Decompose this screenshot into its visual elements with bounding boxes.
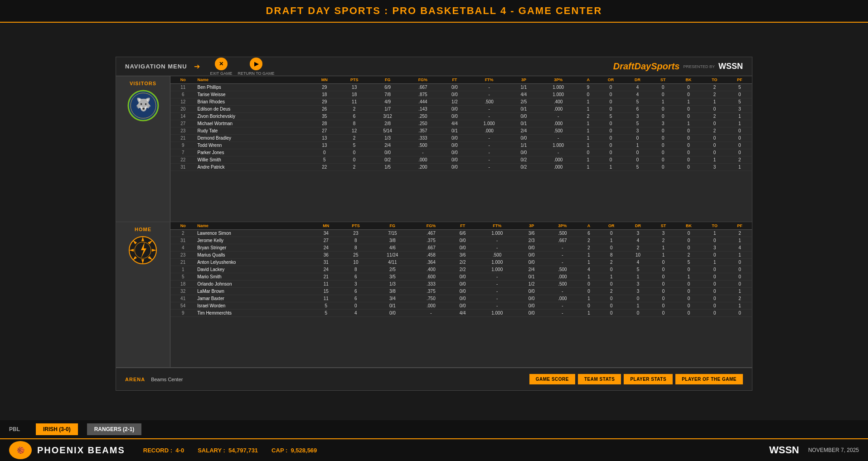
table-row: 23Rudy Tate27125/14.3570/1.0002/4.500103… [170, 127, 752, 135]
footer-wssn: WSSN [769, 444, 799, 456]
col-fgp-h: FG% [413, 222, 449, 230]
arena-name: Beams Center [151, 377, 183, 382]
footer-record-value: 4-0 [175, 447, 184, 454]
footer-date: NOVEMBER 7, 2025 [808, 447, 859, 453]
footer-team-name: PHOENIX BEAMS [37, 445, 125, 456]
nav-bar: NAVIGATION MENU ➔ ✕ EXIT GAME ▶ RETURN T… [116, 57, 752, 76]
table-row: 41Jamar Baxter1163/4.7500/0-0/0.00010000… [170, 295, 752, 302]
footer-team-logo: 🏀 [9, 441, 32, 459]
svg-text:🐺: 🐺 [135, 97, 151, 112]
game-score-button[interactable]: GAME SCORE [529, 374, 575, 384]
pbl-label: PBL [9, 426, 20, 432]
col-bk-v: BK [675, 76, 702, 84]
table-row: 23Marius Qualls362511/24.4583/6.5000/0-1… [170, 251, 752, 258]
table-row: 54Israel Worden500/1.0000/0-0/0-0010001 [170, 302, 752, 309]
home-section: HOME [116, 222, 752, 368]
ticker-item-2: RANGERS (2-1) [87, 423, 142, 435]
ticker-bar: PBL IRISH (3-0) RANGERS (2-1) [0, 420, 868, 438]
table-row: 2Lawrence Simon34237/15.4676/61.0003/6.5… [170, 229, 752, 237]
col-a-h: A [580, 222, 598, 230]
footer-salary-value: 54,797,731 [228, 447, 258, 454]
bottom-bar: ARENA Beams Center GAME SCORE TEAM STATS… [116, 368, 752, 390]
table-row: 20Edilson de Deus2621/7.1430/0-0/1.00010… [170, 106, 752, 113]
logo-area: DraftDaySports PRESENTED BY WSSN [613, 61, 743, 72]
col-or-v: OR [597, 76, 625, 84]
col-pts-h: PTS [340, 222, 372, 230]
visitors-label-col: VISITORS 🐺 [116, 76, 170, 222]
table-row: 5Mario Smith2163/5.6000/0-0/1.0001110100 [170, 273, 752, 280]
table-row: 32LaMar Brown1563/8.3750/0-0/0-0230001 [170, 287, 752, 295]
table-row: 7Parker Jones000/0-0/0-0/0-0000000 [170, 149, 752, 156]
footer-right: WSSN NOVEMBER 7, 2025 [769, 444, 859, 456]
col-pf-h: PF [727, 222, 752, 230]
home-label-col: HOME [116, 222, 170, 368]
col-or-h: OR [598, 222, 625, 230]
table-row: 11Ben Phillips29136/9.6670/0-1/11.000904… [170, 84, 752, 91]
app-title: DRAFT DAY SPORTS : PRO BASKETBALL 4 - GA… [266, 5, 602, 17]
table-row: 12Brian Rhodes29114/9.4441/2.5002/5.4001… [170, 98, 752, 106]
col-fgp-v: FG% [405, 76, 441, 84]
col-no-v: No [170, 76, 196, 84]
home-table-body: 2Lawrence Simon34237/15.4676/61.0003/6.5… [170, 229, 752, 316]
return-game-label: RETURN TO GAME [238, 71, 274, 76]
home-stats-table-wrap[interactable]: No Name MN PTS FG FG% FT FT% 3P 3P% A OR [170, 222, 752, 368]
exit-game-button[interactable]: ✕ [215, 58, 228, 70]
table-row: 6Tarise Weisse18187/8.8750/0-4/41.000004… [170, 91, 752, 98]
visitors-stats-table-wrap[interactable]: No Name MN PTS FG FG% FT FT% 3P 3P% A OR [170, 76, 752, 222]
col-3pp-h: 3P% [545, 222, 580, 230]
table-row: 18Orlando Johnson1131/3.3330/0-1/2.50000… [170, 280, 752, 287]
col-pts-v: PTS [338, 76, 370, 84]
visitors-stats-table: No Name MN PTS FG FG% FT FT% 3P 3P% A OR [170, 76, 752, 171]
col-3pp-v: 3P% [538, 76, 579, 84]
col-to-v: TO [702, 76, 727, 84]
presented-by-text: PRESENTED BY [683, 64, 715, 69]
home-table-header: No Name MN PTS FG FG% FT FT% 3P 3P% A OR [170, 222, 752, 230]
col-dr-h: DR [625, 222, 651, 230]
col-no-h: No [170, 222, 195, 230]
table-row: 14Zivon Borichevskiy3563/12.2500/0-0/0-2… [170, 113, 752, 120]
visitors-label: VISITORS [130, 81, 156, 86]
return-game-button[interactable]: ▶ [250, 58, 262, 70]
col-to-h: TO [702, 222, 727, 230]
footer-record: RECORD : 4-0 [143, 447, 184, 454]
ticker-item-1: IRISH (3-0) [36, 423, 78, 435]
visitors-team-logo: 🐺 [127, 90, 159, 121]
col-ftp-h: FT% [476, 222, 518, 230]
wssn-nav-logo: WSSN [718, 62, 743, 71]
exit-game-group[interactable]: ✕ EXIT GAME [210, 58, 233, 76]
draftday-logo: DraftDaySports [613, 61, 680, 72]
col-fg-v: FG [370, 76, 405, 84]
table-row: 1David Lackey2482/5.4002/21.0002/4.50040… [170, 266, 752, 273]
footer-cap-label: CAP : [272, 447, 287, 454]
col-3p-h: 3P [518, 222, 545, 230]
table-row: 27Michael Wortman2882/8.2504/41.0000/1.0… [170, 120, 752, 127]
col-ft-h: FT [449, 222, 476, 230]
col-ft-v: FT [441, 76, 468, 84]
return-game-group[interactable]: ▶ RETURN TO GAME [238, 58, 274, 76]
footer-cap: CAP : 9,528,569 [272, 447, 317, 454]
table-row: 9Todd Wrenn1352/4.5000/0-1/11.0001010000 [170, 142, 752, 149]
col-pf-v: PF [727, 76, 752, 84]
team-stats-button[interactable]: TEAM STATS [578, 374, 621, 384]
visitors-table-body: 11Ben Phillips29136/9.6670/0-1/11.000904… [170, 84, 752, 171]
table-row: 21Anton Lelyushenko31104/11.3642/21.0000… [170, 258, 752, 266]
col-fg-h: FG [372, 222, 413, 230]
visitors-section: VISITORS 🐺 No Name MN PTS [116, 76, 752, 222]
player-stats-button[interactable]: PLAYER STATS [624, 374, 673, 384]
col-ftp-v: FT% [468, 76, 510, 84]
col-bk-h: BK [676, 222, 702, 230]
player-of-game-button[interactable]: PLAYER OF THE GAME [675, 374, 743, 384]
nav-arrow-icon: ➔ [194, 62, 200, 71]
footer-cap-value: 9,528,569 [291, 447, 317, 454]
visitors-table-header: No Name MN PTS FG FG% FT FT% 3P 3P% A OR [170, 76, 752, 84]
col-mn-h: MN [312, 222, 340, 230]
title-bar: DRAFT DAY SPORTS : PRO BASKETBALL 4 - GA… [0, 0, 868, 23]
col-st-h: ST [651, 222, 676, 230]
col-a-v: A [579, 76, 597, 84]
arena-label: ARENA [125, 377, 145, 382]
exit-game-label: EXIT GAME [210, 71, 233, 76]
home-label: HOME [135, 227, 151, 232]
col-dr-v: DR [624, 76, 650, 84]
table-row: 21Demond Bradley1321/3.3330/0-0/0-100000… [170, 135, 752, 142]
nav-menu-label: NAVIGATION MENU [125, 63, 187, 70]
